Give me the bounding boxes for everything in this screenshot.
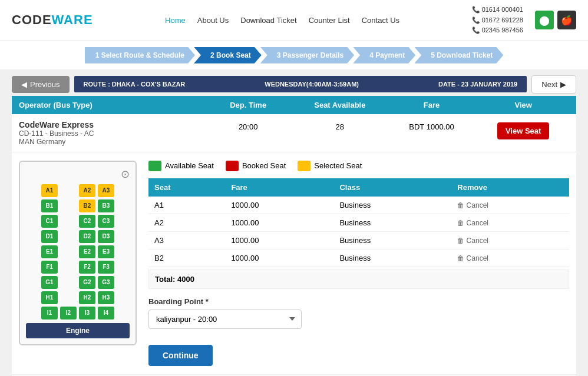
seat-G2[interactable]: G2	[79, 276, 95, 289]
seat-C1[interactable]: C1	[41, 215, 58, 228]
seat-I1[interactable]: I1	[41, 307, 58, 320]
cancel-button[interactable]: 🗑 Cancel	[457, 201, 488, 209]
seat-A1[interactable]: A1	[41, 184, 58, 197]
booking-seat: B2	[148, 249, 225, 267]
seat-G3[interactable]: G3	[98, 276, 114, 289]
th-remove: Remove	[451, 178, 569, 197]
seat-row-e: E1 E2 E3	[26, 245, 130, 258]
seat-B1[interactable]: B1	[41, 199, 58, 212]
seat-row-d: D1 D2 D3	[26, 230, 130, 243]
seat-row-i: I1 I2 I3 I4	[26, 307, 130, 320]
apple-icon[interactable]: 🍎	[557, 11, 576, 29]
nav-download[interactable]: Download Ticket	[240, 16, 296, 25]
boarding-select[interactable]: kaliyanpur - 20:00 Dhaka - 20:00	[148, 310, 302, 329]
seat-H2[interactable]: H2	[79, 291, 95, 304]
seat-row-b: B1 B2 B3	[26, 199, 130, 212]
cancel-button[interactable]: 🗑 Cancel	[457, 237, 488, 245]
th-class: Class	[333, 178, 451, 197]
seat-I4[interactable]: I4	[98, 307, 114, 320]
seat-A2[interactable]: A2	[79, 184, 95, 197]
date-label: DATE - 23 JANUARY 2019	[438, 81, 517, 88]
table-header: Operator (Bus Type) Dep. Time Seat Avail…	[12, 96, 576, 114]
seat-G1[interactable]: G1	[41, 276, 58, 289]
route-label: ROUTE : DHAKA - COX'S BAZAR	[84, 81, 186, 88]
seat-I2[interactable]: I2	[60, 307, 77, 320]
header-dep: Dep. Time	[202, 101, 294, 109]
nav-about[interactable]: About Us	[197, 16, 229, 25]
booking-seat: A2	[148, 214, 225, 231]
seat-H1[interactable]: H1	[41, 291, 58, 304]
booking-cancel-cell: 🗑 Cancel	[451, 249, 569, 267]
continue-button[interactable]: Continue	[148, 345, 213, 366]
trash-icon: 🗑	[457, 219, 464, 227]
seat-H3[interactable]: H3	[98, 291, 114, 304]
th-seat: Seat	[148, 178, 225, 197]
steps-bar: 1 Select Route & Schedule 2 Book Seat 3 …	[0, 41, 588, 69]
nav-counter[interactable]: Counter List	[309, 16, 350, 25]
legend-selected-box	[298, 161, 310, 171]
legend-booked-label: Booked Seat	[242, 161, 286, 170]
seat-B2[interactable]: B2	[79, 199, 95, 212]
step-2[interactable]: 2 Book Seat	[194, 47, 262, 64]
seat-F2[interactable]: F2	[79, 261, 95, 274]
bus1-dep: 20:00	[202, 120, 294, 131]
booking-table: Seat Fare Class Remove A1 1000.00 Busine…	[148, 178, 569, 267]
seat-C3[interactable]: C3	[98, 215, 114, 228]
route-bar: ROUTE : DHAKA - COX'S BAZAR WEDNESDAY(4:…	[74, 76, 527, 92]
next-button[interactable]: Next ▶	[531, 75, 576, 94]
step-4[interactable]: 4 Payment	[353, 47, 415, 64]
trash-icon: 🗑	[457, 201, 464, 209]
main-content: ◀ Previous ROUTE : DHAKA - COX'S BAZAR W…	[0, 69, 588, 376]
bus1-model: MAN Germany	[19, 138, 202, 146]
step-1[interactable]: 1 Select Route & Schedule	[85, 47, 195, 64]
nav-contact[interactable]: Contact Us	[362, 16, 399, 25]
engine-label: Engine	[26, 323, 130, 338]
logo-code: CODE	[12, 12, 52, 28]
trash-icon: 🗑	[457, 237, 464, 245]
seat-E3[interactable]: E3	[98, 245, 114, 258]
seat-A3[interactable]: A3	[98, 184, 114, 197]
header-seats: Seat Available	[294, 101, 386, 109]
legend-available-box	[148, 161, 161, 171]
seat-section: ⊙ A1 A2 A3 B1 B2 B3 C1	[12, 152, 576, 374]
bus1-fare: BDT 1000.00	[386, 120, 478, 131]
android-icon[interactable]: ⬤	[535, 11, 554, 29]
seat-D3[interactable]: D3	[98, 230, 114, 243]
steering-icon: ⊙	[121, 168, 130, 181]
seat-C2[interactable]: C2	[79, 215, 95, 228]
legend: Available Seat Booked Seat Selected Seat	[148, 161, 569, 171]
booking-row: A2 1000.00 Business 🗑 Cancel	[148, 214, 569, 231]
header-operator: Operator (Bus Type)	[19, 101, 202, 109]
booking-fare: 1000.00	[225, 249, 333, 267]
seat-B3[interactable]: B3	[98, 199, 114, 212]
booking-class: Business	[333, 214, 451, 231]
seat-row-h: H1 H2 H3	[26, 291, 130, 304]
trash-icon: 🗑	[457, 254, 464, 262]
nav-home[interactable]: Home	[165, 16, 186, 25]
seat-D2[interactable]: D2	[79, 230, 95, 243]
bus1-info: CodeWare Express CD-111 - Business - AC …	[19, 120, 202, 146]
seat-F3[interactable]: F3	[98, 261, 114, 274]
booking-seat: A1	[148, 197, 225, 214]
seat-E1[interactable]: E1	[41, 245, 58, 258]
header-icons: ⬤ 🍎	[535, 11, 576, 29]
seat-D1[interactable]: D1	[41, 230, 58, 243]
seat-E2[interactable]: E2	[79, 245, 95, 258]
booking-row: B2 1000.00 Business 🗑 Cancel	[148, 249, 569, 267]
cancel-button[interactable]: 🗑 Cancel	[457, 219, 488, 227]
booking-cancel-cell: 🗑 Cancel	[451, 197, 569, 214]
step-5[interactable]: 5 Download Ticket	[414, 47, 503, 64]
bus1-view-button[interactable]: View Seat	[497, 122, 549, 139]
seat-row-c: C1 C2 C3	[26, 215, 130, 228]
legend-booked: Booked Seat	[226, 161, 286, 171]
seat-F1[interactable]: F1	[41, 261, 58, 274]
cancel-button[interactable]: 🗑 Cancel	[457, 254, 488, 262]
bus-row-1: CodeWare Express CD-111 - Business - AC …	[12, 114, 576, 152]
seat-I3[interactable]: I3	[79, 307, 95, 320]
previous-button[interactable]: ◀ Previous	[12, 76, 70, 93]
booking-class: Business	[333, 231, 451, 249]
step-3[interactable]: 3 Passenger Details	[260, 47, 354, 64]
bus1-view-col: View Seat	[477, 120, 569, 139]
legend-selected: Selected Seat	[298, 161, 362, 171]
header-fare: Fare	[386, 101, 478, 109]
